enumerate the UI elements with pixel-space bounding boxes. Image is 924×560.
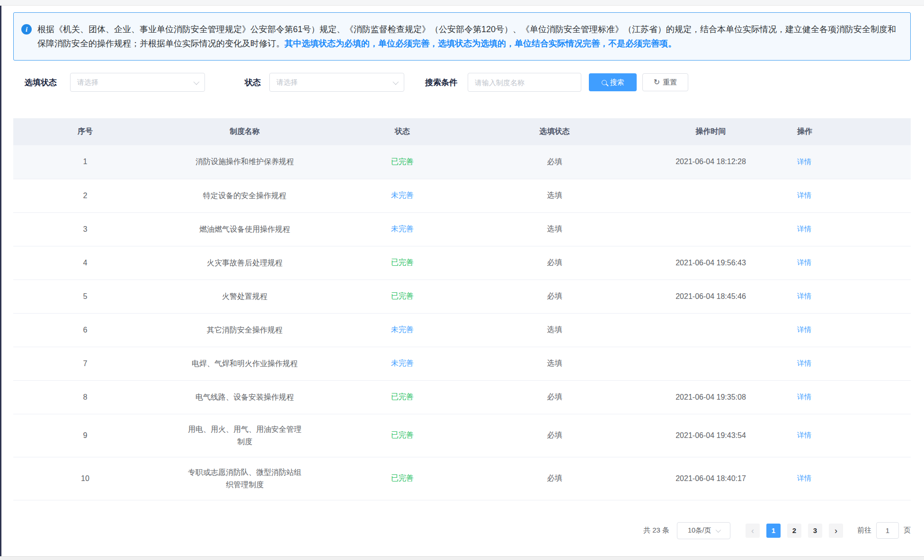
status-text: 未完善 [391, 225, 414, 233]
bottom-strip [0, 556, 924, 560]
col-header-status: 状态 [332, 118, 472, 145]
col-header-time: 操作时间 [637, 118, 785, 145]
chevron-right-icon: › [835, 526, 837, 535]
status-text: 已完善 [391, 292, 414, 300]
cell-required: 必填 [472, 280, 637, 313]
search-condition-label: 搜索条件 [425, 77, 457, 88]
page-size-value: 10条/页 [688, 526, 711, 535]
status-text: 已完善 [391, 258, 414, 266]
detail-link[interactable]: 详情 [797, 191, 811, 199]
cell-required: 选填 [472, 347, 637, 380]
cell-name: 火灾事故善后处理规程 [157, 246, 332, 280]
col-header-name: 制度名称 [157, 118, 332, 145]
detail-link[interactable]: 详情 [797, 158, 811, 166]
status-select[interactable]: 请选择 [269, 73, 404, 92]
cell-index: 2 [13, 179, 157, 212]
cell-index: 6 [13, 313, 157, 347]
reset-button[interactable]: ↻ 重置 [642, 73, 688, 91]
cell-time: 2021-06-04 18:12:28 [637, 145, 785, 179]
search-button-label: 搜索 [610, 78, 624, 87]
cell-name: 其它消防安全操作规程 [157, 313, 332, 347]
page-button-1[interactable]: 1 [766, 524, 781, 538]
cell-time: 2021-06-04 18:40:17 [637, 457, 785, 500]
prev-page-button[interactable]: ‹ [746, 524, 760, 538]
cell-index: 1 [13, 145, 157, 179]
detail-link[interactable]: 详情 [797, 258, 811, 266]
search-input[interactable] [468, 73, 581, 92]
table-row: 7 电焊、气焊和明火作业操作规程 未完善 选填 详情 [13, 347, 911, 380]
detail-link[interactable]: 详情 [797, 431, 811, 439]
cell-time: 2021-06-04 19:35:08 [637, 380, 785, 414]
table-row: 8 电气线路、设备安装操作规程 已完善 必填 2021-06-04 19:35:… [13, 380, 911, 414]
next-page-button[interactable]: › [829, 524, 843, 538]
chevron-down-icon [194, 79, 200, 85]
table-row: 10 专职或志愿消防队、微型消防站组织管理制度 已完善 必填 2021-06-0… [13, 457, 911, 500]
table-row: 9 用电、用火、用气、用油安全管理制度 已完善 必填 2021-06-04 19… [13, 414, 911, 457]
goto-page-input[interactable] [876, 522, 899, 539]
table-header-row: 序号 制度名称 状态 选填状态 操作时间 操作 [13, 118, 911, 145]
optional-status-label: 选填状态 [25, 77, 57, 88]
cell-name: 消防设施操作和维护保养规程 [157, 145, 332, 179]
reset-button-label: 重置 [663, 78, 677, 87]
cell-index: 4 [13, 246, 157, 280]
status-label: 状态 [245, 77, 261, 88]
detail-link[interactable]: 详情 [797, 393, 811, 401]
cell-required: 必填 [472, 380, 637, 414]
goto-suffix: 页 [904, 526, 911, 535]
cell-required: 选填 [472, 313, 637, 347]
chevron-down-icon [716, 527, 721, 532]
cell-name: 特定设备的安全操作规程 [157, 179, 332, 212]
optional-status-select[interactable]: 请选择 [70, 73, 205, 92]
cell-required: 必填 [472, 414, 637, 457]
status-text: 未完善 [391, 325, 414, 333]
status-text: 已完善 [391, 474, 414, 482]
pagination-bar: 共 23 条 10条/页 ‹ 1 2 3 › 前往 页 [13, 522, 911, 539]
detail-link[interactable]: 详情 [797, 325, 811, 333]
col-header-action: 操作 [785, 118, 911, 145]
cell-name: 火警处置规程 [157, 280, 332, 313]
total-count: 共 23 条 [643, 526, 669, 535]
table-row: 5 火警处置规程 已完善 必填 2021-06-04 18:45:46 详情 [13, 280, 911, 313]
page-button-2[interactable]: 2 [787, 524, 801, 538]
status-text: 已完善 [391, 393, 414, 401]
detail-link[interactable]: 详情 [797, 474, 811, 482]
cell-required: 选填 [472, 179, 637, 212]
cell-index: 10 [13, 457, 157, 500]
banner-text: 根据《机关、团体、企业、事业单位消防安全管理规定》公安部令第61号）规定、《消防… [37, 22, 902, 51]
table-row: 6 其它消防安全操作规程 未完善 选填 详情 [13, 313, 911, 347]
cell-time: 2021-06-04 19:43:54 [637, 414, 785, 457]
page-button-3[interactable]: 3 [808, 524, 822, 538]
status-text: 未完善 [391, 191, 414, 199]
cell-index: 7 [13, 347, 157, 380]
page-size-select[interactable]: 10条/页 [677, 522, 730, 539]
detail-link[interactable]: 详情 [797, 292, 811, 300]
optional-status-placeholder: 请选择 [77, 78, 98, 87]
cell-required: 必填 [472, 246, 637, 280]
cell-time [637, 347, 785, 380]
status-text: 未完善 [391, 359, 414, 367]
cell-time [637, 313, 785, 347]
top-strip [0, 0, 924, 6]
chevron-left-icon: ‹ [751, 526, 754, 535]
cell-required: 选填 [472, 212, 637, 246]
col-header-required: 选填状态 [472, 118, 637, 145]
sidebar-edge [0, 6, 1, 556]
search-button[interactable]: 搜索 [589, 73, 637, 91]
detail-link[interactable]: 详情 [797, 225, 811, 233]
cell-index: 9 [13, 414, 157, 457]
status-text: 已完善 [391, 431, 414, 439]
cell-name: 燃油燃气设备使用操作规程 [157, 212, 332, 246]
regulation-table: 序号 制度名称 状态 选填状态 操作时间 操作 1 消防设施操作和维护保养规程 … [13, 118, 911, 500]
cell-time: 2021-06-04 19:56:43 [637, 246, 785, 280]
cell-index: 3 [13, 212, 157, 246]
cell-name: 电焊、气焊和明火作业操作规程 [157, 347, 332, 380]
cell-required: 必填 [472, 145, 637, 179]
status-text: 已完善 [391, 158, 414, 166]
goto-page: 前往 页 [857, 522, 911, 539]
chevron-down-icon [393, 79, 399, 85]
cell-required: 必填 [472, 457, 637, 500]
table-row: 1 消防设施操作和维护保养规程 已完善 必填 2021-06-04 18:12:… [13, 145, 911, 179]
detail-link[interactable]: 详情 [797, 359, 811, 367]
info-banner: i 根据《机关、团体、企业、事业单位消防安全管理规定》公安部令第61号）规定、《… [13, 12, 911, 61]
cell-time [637, 179, 785, 212]
